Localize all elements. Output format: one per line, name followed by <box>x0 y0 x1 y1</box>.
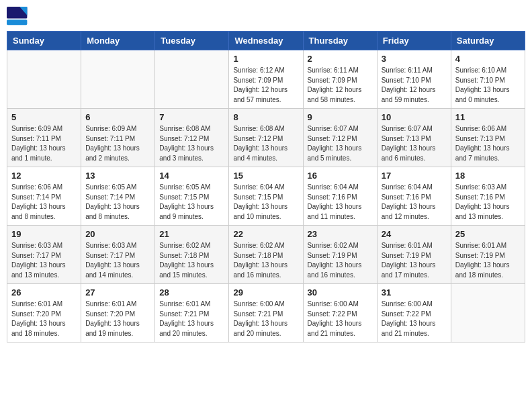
day-number: 27 <box>85 287 150 298</box>
calendar-cell: 5Sunrise: 6:09 AM Sunset: 7:11 PM Daylig… <box>7 109 81 167</box>
calendar-cell: 13Sunrise: 6:05 AM Sunset: 7:14 PM Dayli… <box>81 167 155 226</box>
weekday-header: Sunday <box>7 32 81 50</box>
day-number: 25 <box>455 229 521 239</box>
calendar-cell: 8Sunrise: 6:08 AM Sunset: 7:12 PM Daylig… <box>229 109 303 167</box>
day-detail: Sunrise: 6:07 AM Sunset: 7:12 PM Dayligh… <box>308 124 373 163</box>
day-detail: Sunrise: 6:05 AM Sunset: 7:14 PM Dayligh… <box>85 183 150 222</box>
day-detail: Sunrise: 6:01 AM Sunset: 7:21 PM Dayligh… <box>159 300 224 338</box>
svg-rect-2 <box>7 19 27 25</box>
day-detail: Sunrise: 6:02 AM Sunset: 7:18 PM Dayligh… <box>159 241 224 280</box>
day-detail: Sunrise: 6:01 AM Sunset: 7:19 PM Dayligh… <box>455 241 521 280</box>
calendar-cell: 24Sunrise: 6:01 AM Sunset: 7:19 PM Dayli… <box>377 226 451 284</box>
day-number: 28 <box>159 287 224 298</box>
calendar-cell: 2Sunrise: 6:11 AM Sunset: 7:09 PM Daylig… <box>303 50 377 109</box>
calendar-cell: 26Sunrise: 6:01 AM Sunset: 7:20 PM Dayli… <box>7 284 81 342</box>
weekday-header: Friday <box>377 32 451 50</box>
day-detail: Sunrise: 6:09 AM Sunset: 7:11 PM Dayligh… <box>11 124 77 163</box>
day-detail: Sunrise: 6:06 AM Sunset: 7:13 PM Dayligh… <box>455 124 521 163</box>
calendar-cell: 1Sunrise: 6:12 AM Sunset: 7:09 PM Daylig… <box>229 50 303 109</box>
weekday-header: Saturday <box>451 32 525 50</box>
calendar-cell <box>451 284 525 342</box>
calendar-cell: 3Sunrise: 6:11 AM Sunset: 7:10 PM Daylig… <box>377 50 451 109</box>
calendar-cell: 29Sunrise: 6:00 AM Sunset: 7:21 PM Dayli… <box>229 284 303 342</box>
day-detail: Sunrise: 6:03 AM Sunset: 7:16 PM Dayligh… <box>455 183 521 222</box>
day-number: 29 <box>233 287 298 298</box>
calendar-cell: 18Sunrise: 6:03 AM Sunset: 7:16 PM Dayli… <box>451 167 525 226</box>
calendar: SundayMondayTuesdayWednesdayThursdayFrid… <box>7 31 525 342</box>
day-number: 24 <box>382 229 447 239</box>
day-number: 15 <box>233 171 298 181</box>
day-number: 8 <box>233 112 298 122</box>
calendar-cell: 10Sunrise: 6:07 AM Sunset: 7:13 PM Dayli… <box>377 109 451 167</box>
day-detail: Sunrise: 6:03 AM Sunset: 7:17 PM Dayligh… <box>11 241 77 280</box>
day-number: 18 <box>455 171 521 181</box>
calendar-cell: 6Sunrise: 6:09 AM Sunset: 7:11 PM Daylig… <box>81 109 155 167</box>
day-number: 14 <box>159 171 224 181</box>
day-number: 23 <box>308 229 373 239</box>
calendar-week-row: 12Sunrise: 6:06 AM Sunset: 7:14 PM Dayli… <box>7 167 525 226</box>
calendar-cell: 17Sunrise: 6:04 AM Sunset: 7:16 PM Dayli… <box>377 167 451 226</box>
day-number: 3 <box>382 54 447 64</box>
calendar-cell: 19Sunrise: 6:03 AM Sunset: 7:17 PM Dayli… <box>7 226 81 284</box>
logo-icon <box>7 7 28 26</box>
day-number: 22 <box>233 229 298 239</box>
weekday-header: Thursday <box>303 32 377 50</box>
weekday-header: Monday <box>81 32 155 50</box>
day-detail: Sunrise: 6:01 AM Sunset: 7:19 PM Dayligh… <box>382 241 447 280</box>
day-number: 11 <box>455 112 521 122</box>
day-number: 2 <box>308 54 373 64</box>
day-number: 26 <box>11 287 77 298</box>
day-detail: Sunrise: 6:11 AM Sunset: 7:09 PM Dayligh… <box>308 66 373 105</box>
day-detail: Sunrise: 6:09 AM Sunset: 7:11 PM Dayligh… <box>85 124 150 163</box>
day-number: 31 <box>382 287 447 298</box>
day-number: 1 <box>233 54 298 64</box>
day-detail: Sunrise: 6:03 AM Sunset: 7:17 PM Dayligh… <box>85 241 150 280</box>
day-number: 21 <box>159 229 224 239</box>
day-number: 16 <box>308 171 373 181</box>
calendar-cell <box>81 50 155 109</box>
calendar-cell: 21Sunrise: 6:02 AM Sunset: 7:18 PM Dayli… <box>155 226 229 284</box>
day-number: 17 <box>382 171 447 181</box>
day-number: 10 <box>382 112 447 122</box>
day-detail: Sunrise: 6:11 AM Sunset: 7:10 PM Dayligh… <box>382 66 447 105</box>
day-detail: Sunrise: 6:01 AM Sunset: 7:20 PM Dayligh… <box>85 300 150 338</box>
logo <box>7 7 31 26</box>
day-detail: Sunrise: 6:07 AM Sunset: 7:13 PM Dayligh… <box>382 124 447 163</box>
calendar-cell: 30Sunrise: 6:00 AM Sunset: 7:22 PM Dayli… <box>303 284 377 342</box>
calendar-cell <box>7 50 81 109</box>
day-detail: Sunrise: 6:00 AM Sunset: 7:22 PM Dayligh… <box>308 300 373 338</box>
day-number: 7 <box>159 112 224 122</box>
calendar-cell: 11Sunrise: 6:06 AM Sunset: 7:13 PM Dayli… <box>451 109 525 167</box>
calendar-cell: 31Sunrise: 6:00 AM Sunset: 7:22 PM Dayli… <box>377 284 451 342</box>
day-detail: Sunrise: 6:10 AM Sunset: 7:10 PM Dayligh… <box>455 66 521 105</box>
day-number: 12 <box>11 171 77 181</box>
day-detail: Sunrise: 6:01 AM Sunset: 7:20 PM Dayligh… <box>11 300 77 338</box>
calendar-cell: 9Sunrise: 6:07 AM Sunset: 7:12 PM Daylig… <box>303 109 377 167</box>
day-detail: Sunrise: 6:04 AM Sunset: 7:16 PM Dayligh… <box>308 183 373 222</box>
day-number: 6 <box>85 112 150 122</box>
day-detail: Sunrise: 6:12 AM Sunset: 7:09 PM Dayligh… <box>233 66 298 105</box>
weekday-header: Wednesday <box>229 32 303 50</box>
day-number: 20 <box>85 229 150 239</box>
day-detail: Sunrise: 6:02 AM Sunset: 7:18 PM Dayligh… <box>233 241 298 280</box>
calendar-cell: 25Sunrise: 6:01 AM Sunset: 7:19 PM Dayli… <box>451 226 525 284</box>
day-number: 9 <box>308 112 373 122</box>
calendar-cell: 27Sunrise: 6:01 AM Sunset: 7:20 PM Dayli… <box>81 284 155 342</box>
day-detail: Sunrise: 6:00 AM Sunset: 7:22 PM Dayligh… <box>382 300 447 338</box>
calendar-week-row: 1Sunrise: 6:12 AM Sunset: 7:09 PM Daylig… <box>7 50 525 109</box>
calendar-cell: 20Sunrise: 6:03 AM Sunset: 7:17 PM Dayli… <box>81 226 155 284</box>
calendar-week-row: 5Sunrise: 6:09 AM Sunset: 7:11 PM Daylig… <box>7 109 525 167</box>
calendar-cell: 4Sunrise: 6:10 AM Sunset: 7:10 PM Daylig… <box>451 50 525 109</box>
calendar-cell: 28Sunrise: 6:01 AM Sunset: 7:21 PM Dayli… <box>155 284 229 342</box>
day-number: 5 <box>11 112 77 122</box>
day-detail: Sunrise: 6:04 AM Sunset: 7:16 PM Dayligh… <box>382 183 447 222</box>
day-number: 19 <box>11 229 77 239</box>
day-number: 13 <box>85 171 150 181</box>
day-number: 4 <box>455 54 521 64</box>
calendar-cell: 23Sunrise: 6:02 AM Sunset: 7:19 PM Dayli… <box>303 226 377 284</box>
calendar-cell: 16Sunrise: 6:04 AM Sunset: 7:16 PM Dayli… <box>303 167 377 226</box>
day-detail: Sunrise: 6:02 AM Sunset: 7:19 PM Dayligh… <box>308 241 373 280</box>
calendar-header-row: SundayMondayTuesdayWednesdayThursdayFrid… <box>7 32 525 50</box>
day-detail: Sunrise: 6:05 AM Sunset: 7:15 PM Dayligh… <box>159 183 224 222</box>
day-detail: Sunrise: 6:06 AM Sunset: 7:14 PM Dayligh… <box>11 183 77 222</box>
